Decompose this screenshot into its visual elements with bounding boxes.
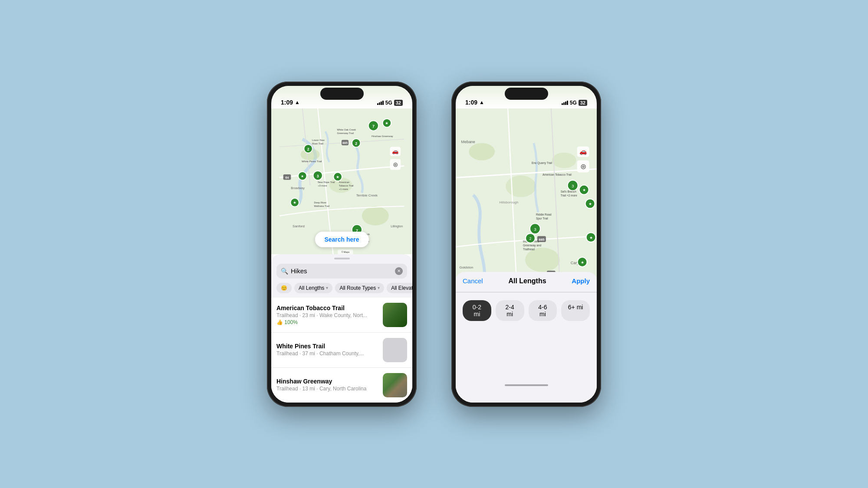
result-thumb-1	[383, 338, 407, 362]
svg-text:Broadway: Broadway	[291, 186, 305, 190]
length-option-6plus[interactable]: 6+ mi	[561, 300, 590, 321]
svg-text:Sanford: Sanford	[293, 224, 305, 228]
svg-text:Wellness Trail: Wellness Trail	[314, 205, 329, 207]
svg-text:Hinshaw Greenway: Hinshaw Greenway	[372, 135, 393, 138]
svg-point-3	[362, 206, 389, 225]
svg-text:★: ★	[589, 236, 593, 240]
result-name-1: White Pines Trail	[276, 343, 378, 350]
modal-title: All Lengths	[508, 277, 546, 285]
svg-text:◎: ◎	[581, 162, 586, 169]
svg-text:Hillsborough: Hillsborough	[499, 200, 518, 204]
phone-2: 1:09 ▲ 5G 32	[451, 82, 601, 407]
svg-text:Trailhead: Trailhead	[523, 248, 535, 251]
svg-text:★: ★	[385, 121, 388, 125]
network-label-1: 5G	[385, 100, 392, 106]
location-icon-1: ▲	[295, 99, 300, 105]
svg-text:885: 885	[342, 141, 348, 144]
filter-lengths-label: All Lengths	[299, 285, 324, 291]
result-meta-1: Trailhead · 37 mi · Chatham County,...	[276, 350, 378, 357]
svg-text:★: ★	[336, 174, 339, 179]
svg-text:3: 3	[572, 183, 574, 188]
search-here-button[interactable]: Search here	[315, 232, 368, 247]
svg-text:Lillington: Lillington	[391, 225, 403, 228]
svg-text:★: ★	[301, 174, 304, 178]
filter-elevation-label: All Elevation	[391, 285, 412, 291]
battery-icon-2: 32	[579, 100, 587, 106]
status-time-1: 1:09 ▲	[281, 99, 300, 106]
dynamic-island-1	[320, 88, 364, 100]
result-item-1[interactable]: White Pines Trail Trailhead · 37 mi · Ch…	[271, 333, 412, 368]
location-icon-2: ▲	[479, 99, 484, 105]
search-clear-1[interactable]: ✕	[395, 267, 403, 275]
result-info-2: Hinshaw Greenway Trailhead · 13 mi · Car…	[276, 378, 378, 393]
svg-text:Trail +2 more: Trail +2 more	[561, 194, 577, 197]
svg-point-56	[469, 143, 495, 160]
modal-header: Cancel All Lengths Apply	[456, 277, 597, 292]
chevron-down-icon-2: ▾	[378, 285, 380, 290]
result-info-0: American Tobacco Trail Trailhead · 23 mi…	[276, 305, 378, 325]
home-bar-2	[505, 384, 548, 386]
result-list-1: American Tobacco Trail Trailhead · 23 mi…	[271, 298, 412, 403]
map-area-2[interactable]: 64 885 1 540 Mebane Goldston Pittsboro F…	[456, 108, 597, 403]
svg-point-59	[525, 248, 560, 272]
svg-text:White Pines Trail: White Pines Trail	[302, 159, 322, 162]
svg-text:© Maps: © Maps	[342, 251, 350, 253]
trail-image-forest	[383, 303, 407, 327]
apply-button[interactable]: Apply	[572, 277, 590, 285]
home-indicator-2	[456, 381, 597, 390]
phone-1: 1:09 ▲ 5G 32	[267, 82, 417, 407]
svg-text:Eno Quarry Trail: Eno Quarry Trail	[532, 161, 552, 164]
result-item-2[interactable]: Hinshaw Greenway Trailhead · 13 mi · Car…	[271, 368, 412, 403]
result-item-0[interactable]: American Tobacco Trail Trailhead · 23 mi…	[271, 298, 412, 333]
cancel-button[interactable]: Cancel	[463, 277, 483, 285]
svg-text:Greenway Trail: Greenway Trail	[337, 132, 354, 134]
result-thumb-0	[383, 303, 407, 327]
svg-text:◎: ◎	[393, 161, 398, 167]
status-time-2: 1:09 ▲	[465, 99, 484, 106]
svg-text:+3 more: +3 more	[318, 184, 327, 187]
filter-routes-chip[interactable]: All Route Types ▾	[335, 283, 384, 293]
filter-lengths-chip[interactable]: All Lengths ▾	[294, 283, 332, 293]
svg-text:64: 64	[286, 176, 289, 179]
filter-elevation-chip[interactable]: All Elevation ▾	[387, 283, 412, 293]
result-info-1: White Pines Trail Trailhead · 37 mi · Ch…	[276, 343, 378, 357]
svg-text:Tobacco Trail: Tobacco Trail	[339, 184, 354, 187]
signal-bars-1	[377, 101, 384, 105]
search-bar-1[interactable]: 🔍 Hikes ✕	[276, 264, 407, 278]
result-thumb-2	[383, 373, 407, 397]
status-icons-1: 5G 32	[377, 100, 403, 106]
length-option-2-4[interactable]: 2-4 mi	[496, 300, 524, 321]
status-icons-2: 5G 32	[562, 100, 587, 106]
svg-text:Goldston: Goldston	[459, 265, 473, 269]
svg-text:Deep River: Deep River	[314, 201, 326, 204]
svg-point-57	[506, 175, 536, 197]
chevron-down-icon: ▾	[326, 285, 328, 290]
svg-text:White Oak Creek: White Oak Creek	[337, 128, 356, 131]
filter-routes-label: All Route Types	[339, 285, 376, 291]
svg-text:American: American	[339, 181, 349, 183]
svg-text:Riddle Road: Riddle Road	[536, 213, 552, 216]
battery-icon-1: 32	[394, 100, 403, 106]
map-area-1[interactable]: 64 885 Sanford Broadway Lillington Terri…	[271, 108, 412, 254]
result-rating-0: 👍 100%	[276, 319, 378, 325]
svg-text:New Hope Trail: New Hope Trail	[318, 181, 335, 183]
svg-text:★: ★	[581, 260, 584, 264]
svg-text:Greenway and: Greenway and	[523, 244, 541, 247]
length-option-4-6[interactable]: 4-6 mi	[529, 300, 557, 321]
svg-text:★: ★	[589, 202, 592, 206]
svg-text:★: ★	[293, 200, 296, 205]
svg-text:★: ★	[582, 188, 586, 192]
length-option-0-2[interactable]: 0-2 mi	[463, 300, 491, 321]
trail-image-gray	[383, 338, 407, 362]
dynamic-island-2	[505, 88, 548, 100]
modal-empty-space	[456, 329, 597, 381]
svg-text:River Trail: River Trail	[312, 142, 323, 145]
svg-text:885: 885	[539, 238, 545, 242]
svg-text:Spur Trail: Spur Trail	[536, 217, 548, 220]
svg-text:+1 more: +1 more	[339, 188, 348, 190]
result-meta-2: Trailhead · 13 mi · Cary, North Carolina	[276, 386, 378, 392]
svg-text:3: 3	[317, 174, 319, 178]
result-meta-0: Trailhead · 23 mi · Wake County, Nort...	[276, 312, 378, 318]
filter-emoji-chip[interactable]: 😊	[276, 283, 292, 293]
svg-text:2: 2	[355, 141, 357, 146]
